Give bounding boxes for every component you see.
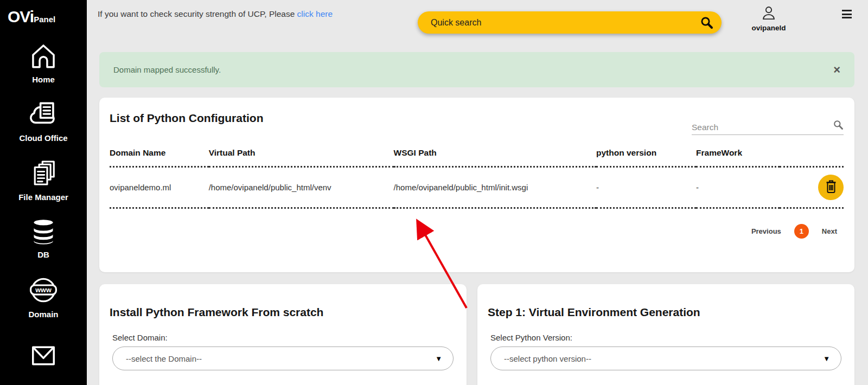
sidebar-item-domain[interactable]: www Domain [0,268,87,326]
table-row: ovipaneldemo.ml /home/ovipaneld/public_h… [110,167,844,208]
sidebar-item-label: File Manager [18,193,68,202]
trash-icon [825,179,838,195]
chevron-down-icon: ▼ [435,355,442,363]
quick-search-bar [418,11,722,34]
table-search [692,119,844,135]
sidebar-item-label: Cloud Office [19,133,67,143]
pagination-next[interactable]: Next [822,227,837,235]
select-python-version-label: Select Python Version: [490,333,841,342]
security-notice-link[interactable]: click here [297,9,333,18]
sidebar: OViPanel Home Cloud Office [0,0,87,385]
python-config-table: Domain Name Virtual Path WSGI Path pytho… [110,148,844,209]
cell-wsgi-path: /home/ovipaneld/public_html/init.wsgi [394,167,596,208]
search-icon[interactable] [833,119,844,132]
success-alert: Domain mapped successfully. × [99,52,854,87]
brand-name-bold: OVi [8,8,34,25]
sidebar-item-home[interactable]: Home [0,34,87,92]
delete-button[interactable] [818,175,844,200]
svg-text:www: www [35,286,52,294]
column-header-wsgi-path: WSGI Path [394,148,596,167]
select-domain-label: Select Domain: [112,333,454,342]
email-icon [28,343,59,369]
column-header-python-version: python version [596,148,696,167]
sidebar-item-label: Home [32,75,55,84]
cloud-office-icon [28,100,59,129]
domain-select-value: --select the Domain-- [126,354,202,363]
install-framework-card: Install Python Framework From scratch Se… [99,284,467,385]
top-bar: If you want to check security strength o… [87,0,868,52]
python-version-select-value: --select python version-- [504,354,591,363]
pagination: Previous 1 Next [110,224,844,239]
cell-framework: - [696,167,780,208]
brand-logo: OViPanel [0,0,87,34]
cell-virtual-path: /home/ovipaneld/public_html/venv [209,167,394,208]
alert-message: Domain mapped successfully. [113,65,221,74]
python-config-title: List of Python Configuration [110,112,263,125]
user-icon [761,13,776,22]
domain-select[interactable]: --select the Domain-- ▼ [112,347,454,370]
sidebar-item-cloud-office[interactable]: Cloud Office [0,92,87,151]
search-icon[interactable] [700,16,714,30]
install-framework-title: Install Python Framework From scratch [110,306,454,319]
security-notice-text: If you want to check security strength o… [98,9,295,18]
cell-domain-name: ovipaneldemo.ml [110,167,209,208]
table-search-input[interactable] [692,123,833,132]
home-icon [28,42,59,70]
sidebar-item-label: DB [37,250,49,259]
quick-search-input[interactable] [431,18,700,28]
user-menu[interactable]: ovipaneld [744,5,793,32]
sidebar-item-db[interactable]: DB [0,209,87,268]
pagination-page-1[interactable]: 1 [794,224,809,239]
pagination-previous[interactable]: Previous [751,227,781,235]
database-icon [29,218,58,245]
security-notice: If you want to check security strength o… [98,9,333,19]
main-content: If you want to check security strength o… [87,0,868,385]
column-header-actions [780,148,844,167]
chevron-down-icon: ▼ [823,355,830,363]
virtual-env-card: Step 1: Virtual Environment Generation S… [477,284,854,385]
sidebar-item-label: Domain [28,310,58,319]
column-header-domain-name: Domain Name [110,148,209,167]
file-manager-icon [28,158,59,188]
python-version-select[interactable]: --select python version-- ▼ [490,347,841,370]
alert-close-icon[interactable]: × [833,64,840,76]
virtual-env-title: Step 1: Virtual Environment Generation [488,306,841,319]
hamburger-menu-icon[interactable] [842,10,852,21]
python-config-card: List of Python Configuration Domain Name [99,98,854,272]
username: ovipaneld [744,24,793,32]
sidebar-item-email[interactable] [0,326,87,385]
domain-www-icon: www [28,275,59,305]
brand-name-light: Panel [34,15,55,24]
sidebar-item-file-manager[interactable]: File Manager [0,151,87,209]
column-header-virtual-path: Virtual Path [209,148,394,167]
cell-python-version: - [596,167,696,208]
column-header-framework: FrameWork [696,148,780,167]
